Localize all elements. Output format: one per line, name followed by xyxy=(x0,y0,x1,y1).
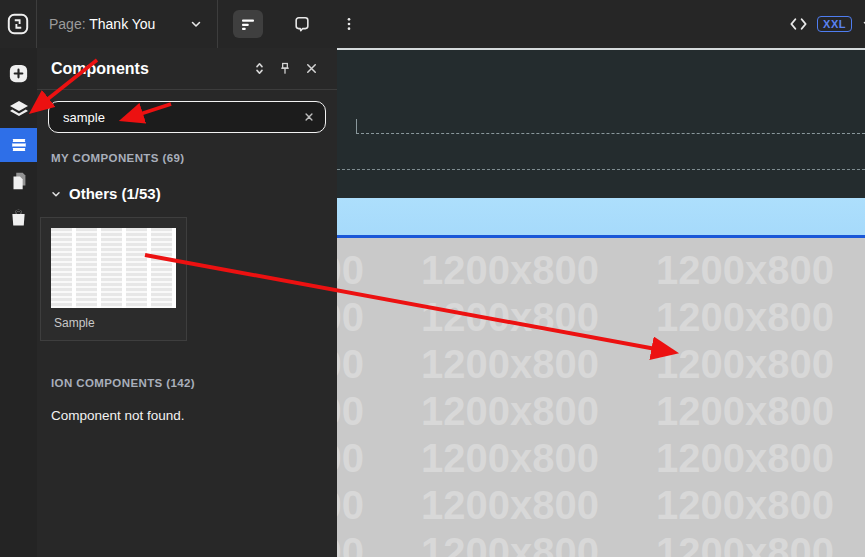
panel-title: Components xyxy=(51,60,246,78)
page-selector-dropdown[interactable]: Page: Thank You xyxy=(37,0,218,48)
placeholder-watermark[interactable]: 1200x8001200x8001200x8001200x8001200x800… xyxy=(337,238,865,557)
placeholder-size-label: 1200x800 xyxy=(656,344,834,384)
component-search xyxy=(48,101,326,133)
placeholder-size-label: 1200x800 xyxy=(421,532,599,557)
cursor-badge-button[interactable] xyxy=(292,14,312,34)
placeholder-size-label: 1200x800 xyxy=(656,297,834,337)
placeholder-size-label: 1200x800 xyxy=(337,438,364,478)
code-view-button[interactable] xyxy=(789,17,808,31)
placeholder-size-label: 1200x800 xyxy=(421,250,599,290)
clear-search-icon[interactable] xyxy=(301,109,317,125)
component-search-input[interactable] xyxy=(48,101,326,133)
section-guide-tick xyxy=(356,119,357,133)
my-components-header: MY COMPONENTS (69) xyxy=(51,152,337,164)
cursor-badge-icon xyxy=(292,14,312,34)
sidebar-item-pages[interactable] xyxy=(0,164,37,198)
app-logo-button[interactable] xyxy=(0,0,37,48)
sidebar-item-components[interactable] xyxy=(0,128,37,162)
close-panel-button[interactable] xyxy=(298,57,324,81)
sidebar-item-shop[interactable] xyxy=(0,200,37,234)
sidebar-item-layers[interactable] xyxy=(0,92,37,126)
placeholder-size-label: 1200x800 xyxy=(656,250,834,290)
breakpoint-chevron-icon[interactable] xyxy=(861,17,865,31)
placeholder-size-label: 1200x800 xyxy=(421,344,599,384)
placeholder-size-label: 1200x800 xyxy=(421,297,599,337)
component-thumbnail xyxy=(51,228,176,308)
kebab-menu-icon xyxy=(341,15,357,33)
chevron-down-icon xyxy=(189,17,203,31)
blocks-layout-icon xyxy=(239,15,257,33)
builder-logo-icon xyxy=(5,11,31,37)
placeholder-size-label: 1200x800 xyxy=(656,532,834,557)
page-builder-app: Page: Thank You xyxy=(0,0,865,557)
canvas-blue-band[interactable] xyxy=(337,198,865,238)
page-selector-label: Page: Thank You xyxy=(49,16,155,32)
others-group-label: Others (1/53) xyxy=(69,185,161,202)
more-options-button[interactable] xyxy=(341,15,357,33)
panel-header: Components xyxy=(37,48,337,90)
component-card-sample[interactable]: Sample xyxy=(40,217,187,341)
sidebar-item-add-elements[interactable] xyxy=(0,56,37,90)
component-card-label: Sample xyxy=(54,316,186,330)
section-guide-dashed-line xyxy=(337,169,865,170)
resize-panel-button[interactable] xyxy=(246,57,272,81)
pages-icon xyxy=(8,170,30,192)
layers-icon xyxy=(7,97,31,121)
placeholder-size-label: 1200x800 xyxy=(656,391,834,431)
pin-panel-button[interactable] xyxy=(272,57,298,81)
section-guide-dashed-line xyxy=(356,133,865,134)
page-label-prefix: Page: xyxy=(49,16,86,32)
placeholder-size-label: 1200x800 xyxy=(337,297,364,337)
components-panel: Components xyxy=(37,48,337,557)
placeholder-size-label: 1200x800 xyxy=(337,250,364,290)
placeholder-size-label: 1200x800 xyxy=(421,485,599,525)
left-icon-rail xyxy=(0,48,37,557)
placeholder-size-label: 1200x800 xyxy=(337,532,364,557)
canvas-dark-section[interactable] xyxy=(337,50,865,198)
plus-square-icon xyxy=(7,62,30,85)
breakpoint-badge[interactable]: XXL xyxy=(817,16,852,32)
placeholder-size-label: 1200x800 xyxy=(337,344,364,384)
main-area: Components xyxy=(0,48,865,557)
others-group-toggle[interactable]: Others (1/53) xyxy=(50,185,337,202)
editor-canvas[interactable]: 1200x8001200x8001200x8001200x8001200x800… xyxy=(337,48,865,557)
placeholder-size-label: 1200x800 xyxy=(337,485,364,525)
page-name: Thank You xyxy=(89,16,155,32)
not-found-message: Component not found. xyxy=(51,408,337,423)
shop-bag-icon xyxy=(8,207,29,228)
placeholder-size-label: 1200x800 xyxy=(421,391,599,431)
placeholder-size-label: 1200x800 xyxy=(421,438,599,478)
blocks-reorder-button[interactable] xyxy=(233,10,263,38)
top-toolbar: Page: Thank You xyxy=(0,0,865,48)
placeholder-size-label: 1200x800 xyxy=(656,485,834,525)
ion-components-header: ION COMPONENTS (142) xyxy=(51,377,337,389)
chevron-down-icon xyxy=(50,188,62,200)
placeholder-size-label: 1200x800 xyxy=(337,391,364,431)
breakpoint-cluster: XXL xyxy=(789,16,865,32)
placeholder-size-label: 1200x800 xyxy=(656,438,834,478)
blocks-icon xyxy=(8,134,30,156)
